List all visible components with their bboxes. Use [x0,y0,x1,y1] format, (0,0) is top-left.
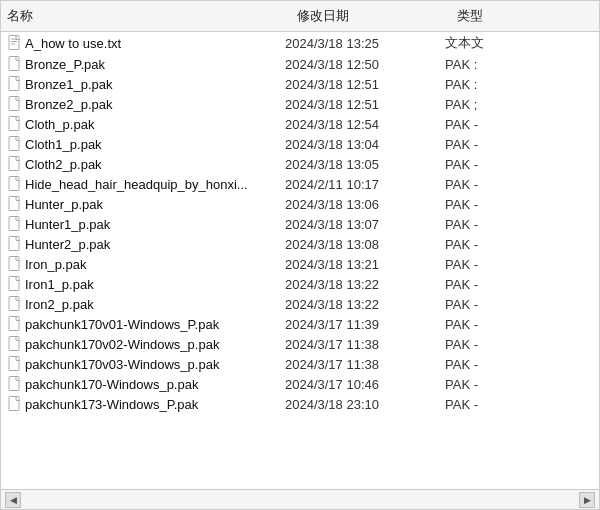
file-name-cell: Bronze2_p.pak [25,97,285,112]
file-type-cell: PAK - [445,337,599,352]
file-date-cell: 2024/3/18 13:04 [285,137,445,152]
file-type-cell: PAK - [445,157,599,172]
file-date-cell: 2024/3/18 12:51 [285,97,445,112]
header-name[interactable]: 名称 [1,5,291,27]
header-date[interactable]: 修改日期 [291,5,451,27]
table-row[interactable]: Bronze1_p.pak2024/3/18 12:51PAK : [1,74,599,94]
pak-file-icon [5,156,25,172]
file-date-cell: 2024/3/18 12:51 [285,77,445,92]
file-type-cell: 文本文 [445,34,599,52]
file-name-cell: Cloth_p.pak [25,117,285,132]
pak-file-icon [5,296,25,312]
pak-file-icon [5,336,25,352]
pak-file-icon [5,116,25,132]
pak-file-icon [5,356,25,372]
pak-file-icon [5,396,25,412]
file-name-cell: Iron1_p.pak [25,277,285,292]
file-type-cell: PAK : [445,77,599,92]
table-row[interactable]: pakchunk170-Windows_p.pak2024/3/17 10:46… [1,374,599,394]
pak-file-icon [5,376,25,392]
table-row[interactable]: pakchunk170v02-Windows_p.pak2024/3/17 11… [1,334,599,354]
file-date-cell: 2024/3/18 12:50 [285,57,445,72]
file-date-cell: 2024/3/17 11:39 [285,317,445,332]
pak-file-icon [5,56,25,72]
file-type-cell: PAK - [445,277,599,292]
file-name-cell: Cloth2_p.pak [25,157,285,172]
file-type-cell: PAK - [445,197,599,212]
txt-file-icon [5,35,25,51]
table-row[interactable]: Iron_p.pak2024/3/18 13:21PAK - [1,254,599,274]
file-date-cell: 2024/3/18 13:25 [285,36,445,51]
file-date-cell: 2024/3/18 12:54 [285,117,445,132]
file-list[interactable]: A_how to use.txt2024/3/18 13:25文本文 Bronz… [1,32,599,489]
file-type-cell: PAK - [445,117,599,132]
scroll-left-button[interactable]: ◀ [5,492,21,508]
column-headers: 名称 修改日期 类型 [1,1,599,32]
file-date-cell: 2024/3/18 13:21 [285,257,445,272]
table-row[interactable]: Iron1_p.pak2024/3/18 13:22PAK - [1,274,599,294]
file-name-cell: pakchunk170-Windows_p.pak [25,377,285,392]
file-date-cell: 2024/3/18 13:22 [285,277,445,292]
table-row[interactable]: pakchunk173-Windows_P.pak2024/3/18 23:10… [1,394,599,414]
file-type-cell: PAK - [445,397,599,412]
table-row[interactable]: Bronze_P.pak2024/3/18 12:50PAK : [1,54,599,74]
file-name-cell: Hunter2_p.pak [25,237,285,252]
file-date-cell: 2024/3/18 23:10 [285,397,445,412]
file-name-cell: pakchunk170v01-Windows_P.pak [25,317,285,332]
file-date-cell: 2024/3/17 11:38 [285,337,445,352]
scroll-right-button[interactable]: ▶ [579,492,595,508]
file-date-cell: 2024/3/18 13:08 [285,237,445,252]
file-type-cell: PAK - [445,257,599,272]
pak-file-icon [5,256,25,272]
file-name-cell: Bronze1_p.pak [25,77,285,92]
table-row[interactable]: Iron2_p.pak2024/3/18 13:22PAK - [1,294,599,314]
pak-file-icon [5,176,25,192]
file-name-cell: pakchunk170v03-Windows_p.pak [25,357,285,372]
table-row[interactable]: Cloth2_p.pak2024/3/18 13:05PAK - [1,154,599,174]
file-name-cell: Bronze_P.pak [25,57,285,72]
file-name-cell: pakchunk173-Windows_P.pak [25,397,285,412]
file-name-cell: A_how to use.txt [25,36,285,51]
pak-file-icon [5,136,25,152]
file-name-cell: Hide_head_hair_headquip_by_honxi... [25,177,285,192]
file-type-cell: PAK - [445,177,599,192]
bottom-bar: ◀ ▶ [1,489,599,509]
table-row[interactable]: pakchunk170v03-Windows_p.pak2024/3/17 11… [1,354,599,374]
file-name-cell: Iron_p.pak [25,257,285,272]
pak-file-icon [5,276,25,292]
table-row[interactable]: Hide_head_hair_headquip_by_honxi...2024/… [1,174,599,194]
file-type-cell: PAK - [445,377,599,392]
file-name-cell: Iron2_p.pak [25,297,285,312]
pak-file-icon [5,96,25,112]
pak-file-icon [5,316,25,332]
file-date-cell: 2024/3/17 11:38 [285,357,445,372]
file-type-cell: PAK - [445,317,599,332]
table-row[interactable]: Cloth1_p.pak2024/3/18 13:04PAK - [1,134,599,154]
pak-file-icon [5,236,25,252]
file-type-cell: PAK - [445,137,599,152]
file-name-cell: pakchunk170v02-Windows_p.pak [25,337,285,352]
file-name-cell: Cloth1_p.pak [25,137,285,152]
pak-file-icon [5,216,25,232]
file-date-cell: 2024/3/18 13:07 [285,217,445,232]
pak-file-icon [5,76,25,92]
file-type-cell: PAK - [445,297,599,312]
table-row[interactable]: Cloth_p.pak2024/3/18 12:54PAK - [1,114,599,134]
file-type-cell: PAK ; [445,97,599,112]
table-row[interactable]: Hunter2_p.pak2024/3/18 13:08PAK - [1,234,599,254]
file-date-cell: 2024/3/18 13:22 [285,297,445,312]
file-date-cell: 2024/3/18 13:05 [285,157,445,172]
horizontal-scrollbar-track[interactable] [21,490,579,509]
file-type-cell: PAK - [445,217,599,232]
file-name-cell: Hunter1_p.pak [25,217,285,232]
file-date-cell: 2024/3/18 13:06 [285,197,445,212]
table-row[interactable]: Hunter_p.pak2024/3/18 13:06PAK - [1,194,599,214]
table-row[interactable]: Hunter1_p.pak2024/3/18 13:07PAK - [1,214,599,234]
scroll-area: A_how to use.txt2024/3/18 13:25文本文 Bronz… [1,32,599,489]
table-row[interactable]: pakchunk170v01-Windows_P.pak2024/3/17 11… [1,314,599,334]
table-row[interactable]: Bronze2_p.pak2024/3/18 12:51PAK ; [1,94,599,114]
table-row[interactable]: A_how to use.txt2024/3/18 13:25文本文 [1,32,599,54]
pak-file-icon [5,196,25,212]
file-type-cell: PAK - [445,357,599,372]
header-type[interactable]: 类型 [451,5,599,27]
